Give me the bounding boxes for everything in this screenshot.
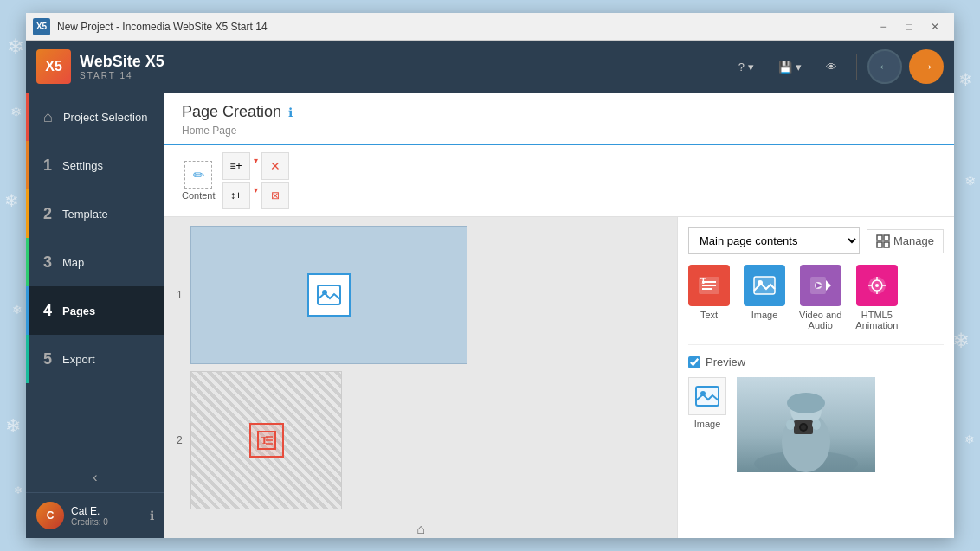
sidebar-item-template[interactable]: 2 Template xyxy=(26,189,164,238)
svg-point-24 xyxy=(875,284,879,287)
add-dropdown-icon[interactable]: ▾ xyxy=(252,152,260,180)
sidebar-footer: C Cat E. Credits: 0 ℹ xyxy=(26,492,164,538)
collapse-button[interactable]: ‹ xyxy=(26,463,164,492)
help-icon: ? xyxy=(738,61,745,74)
minimize-button[interactable]: − xyxy=(871,17,895,36)
move-button[interactable]: ↕+ xyxy=(222,182,250,209)
window-title: New Project - Incomedia WebSite X5 Start… xyxy=(57,21,871,33)
html5-content-icon xyxy=(856,265,898,306)
preview-image-item[interactable]: Image xyxy=(688,377,726,472)
video-icon-svg xyxy=(809,273,833,298)
sidebar-num-5: 5 xyxy=(43,350,52,368)
svg-point-39 xyxy=(786,420,795,430)
window-controls: − □ ✕ xyxy=(871,17,947,36)
delete-row-button[interactable]: ✕ xyxy=(261,152,289,180)
canvas-row-1: 1 xyxy=(190,226,668,364)
sidebar-item-project-selection[interactable]: ⌂ Project Selection xyxy=(26,93,164,141)
photo-person xyxy=(737,377,875,472)
svg-point-38 xyxy=(801,425,806,430)
preview-checkbox[interactable] xyxy=(688,356,700,368)
sidebar-label-template: Template xyxy=(62,208,108,221)
content-item-image[interactable]: Image xyxy=(744,265,785,330)
preview-header: Preview xyxy=(688,356,944,368)
maximize-button[interactable]: □ xyxy=(897,17,921,36)
preview-icon xyxy=(688,377,726,415)
row-num-1: 1 xyxy=(177,289,183,301)
logo-box: X5 xyxy=(36,49,71,84)
sidebar-num-home: ⌂ xyxy=(43,108,53,126)
manage-button[interactable]: Manage xyxy=(867,229,944,253)
content-item-text[interactable]: T Text xyxy=(688,265,730,330)
sidebar-label-pages: Pages xyxy=(62,304,95,317)
preview-section: Preview xyxy=(688,344,944,472)
person-photo-svg xyxy=(737,377,875,472)
content-item-html5[interactable]: HTML5Animation xyxy=(855,265,898,330)
save-icon: 💾 xyxy=(778,61,792,74)
lock-button[interactable]: ⊠ xyxy=(261,182,289,209)
video-label: Video andAudio xyxy=(799,310,841,330)
close-button[interactable]: ✕ xyxy=(923,17,947,36)
manage-label: Manage xyxy=(893,234,934,247)
sidebar: ⌂ Project Selection 1 Settings 2 Templat… xyxy=(26,93,164,538)
html5-icon-svg xyxy=(865,273,889,298)
move-dropdown-icon[interactable]: ▾ xyxy=(252,182,260,209)
preview-image-icon-svg xyxy=(695,386,719,407)
logo-area: X5 WebSite X5 START 14 xyxy=(36,49,164,84)
page-title: Page Creation xyxy=(182,103,281,121)
svg-rect-7 xyxy=(877,235,882,240)
content-type-select[interactable]: Main page contents xyxy=(688,227,860,254)
sidebar-num-3: 3 xyxy=(43,253,52,272)
sidebar-item-map[interactable]: 3 Map xyxy=(26,238,164,286)
preview-thumbnail xyxy=(737,377,875,472)
sidebar-num-1: 1 xyxy=(43,157,52,175)
canvas-cell-2[interactable]: T xyxy=(190,371,342,509)
svg-rect-10 xyxy=(884,242,889,247)
logo-text: WebSite X5 START 14 xyxy=(80,53,164,80)
canvas-cell-1[interactable] xyxy=(190,226,467,364)
sidebar-item-export[interactable]: 5 Export xyxy=(26,335,164,383)
sidebar-label-settings: Settings xyxy=(62,159,103,172)
image-label: Image xyxy=(751,310,778,320)
svg-rect-8 xyxy=(884,235,889,240)
page-header: Page Creation ℹ Home Page xyxy=(164,93,954,145)
right-panel: Main page contents Manage xyxy=(677,217,954,538)
help-button[interactable]: ? ▾ xyxy=(730,55,763,79)
preview-button[interactable]: 👁 xyxy=(817,55,846,79)
forward-button[interactable]: → xyxy=(909,49,944,84)
avatar: C xyxy=(36,502,64,529)
text-content-icon: T xyxy=(688,265,730,306)
video-content-icon xyxy=(800,265,841,306)
panel-select-row: Main page contents Manage xyxy=(688,227,944,254)
back-button[interactable]: ← xyxy=(867,49,902,84)
edition-label: START 14 xyxy=(80,71,164,80)
text-label: Text xyxy=(700,310,718,320)
sidebar-item-settings[interactable]: 1 Settings xyxy=(26,141,164,189)
text-placeholder-1: T xyxy=(249,423,284,458)
user-info-button[interactable]: ℹ xyxy=(150,509,154,522)
sidebar-label-export: Export xyxy=(62,353,95,366)
save-button[interactable]: 💾 ▾ xyxy=(770,55,810,79)
svg-marker-19 xyxy=(826,280,831,291)
user-credits: Credits: 0 xyxy=(71,517,143,527)
add-row-button[interactable]: ≡+ xyxy=(222,152,250,180)
sidebar-item-pages[interactable]: 4 Pages xyxy=(26,286,164,335)
content-label: Content xyxy=(182,190,216,201)
sidebar-num-4: 4 xyxy=(43,302,52,320)
edit-tool-button[interactable]: ✏ xyxy=(184,161,212,189)
breadcrumb: Home Page xyxy=(182,125,937,137)
svg-point-35 xyxy=(787,393,825,413)
preview-label: Preview xyxy=(706,356,745,368)
html5-label: HTML5Animation xyxy=(855,310,898,330)
user-name: Cat E. xyxy=(71,505,143,517)
top-toolbar: X5 WebSite X5 START 14 ? ▾ 💾 ▾ 👁 xyxy=(26,41,954,93)
image-icon-svg xyxy=(752,273,777,298)
toolbar-actions: ? ▾ 💾 ▾ 👁 ← → xyxy=(730,49,944,84)
content-item-video[interactable]: Video andAudio xyxy=(799,265,841,330)
image-placeholder-1 xyxy=(307,273,351,317)
content-icons: T Text xyxy=(688,265,944,330)
sidebar-label-project-selection: Project Selection xyxy=(63,111,148,124)
page-info-icon[interactable]: ℹ xyxy=(288,106,293,119)
manage-icon xyxy=(876,234,890,248)
image-icon xyxy=(317,285,341,305)
toolbar-divider xyxy=(856,54,857,80)
